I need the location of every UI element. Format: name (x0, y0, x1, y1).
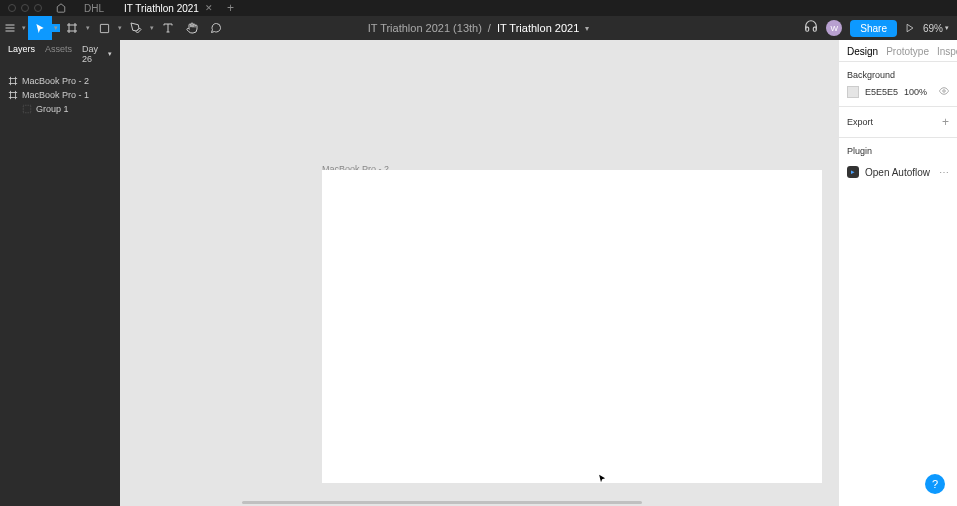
group-icon (22, 104, 32, 114)
layer-item-frame[interactable]: MacBook Pro - 2 (0, 74, 120, 88)
layer-name: Group 1 (36, 104, 69, 114)
tab-active[interactable]: IT Triathlon 2021 (124, 3, 199, 14)
add-export-button[interactable]: + (942, 115, 949, 129)
minimize-window-button[interactable] (21, 4, 29, 12)
zoom-value: 69% (923, 23, 943, 34)
breadcrumb: IT Triathlon 2021 (13th) / IT Triathlon … (368, 22, 590, 34)
new-tab-button[interactable]: + (227, 1, 234, 15)
color-swatch[interactable] (847, 86, 859, 98)
shape-tool-button[interactable] (92, 16, 116, 40)
plugin-title: Plugin (847, 146, 949, 156)
canvas[interactable]: MacBook Pro - 2 (120, 40, 839, 506)
text-tool-button[interactable] (156, 16, 180, 40)
main-area: Layers Assets Day 26 ▾ MacBook Pro - 2 M… (0, 40, 957, 506)
hand-tool-button[interactable] (180, 16, 204, 40)
pen-tool-dropdown[interactable]: ▾ (148, 24, 156, 32)
plugin-row[interactable]: ▸ Open Autoflow ⋯ (847, 162, 949, 182)
breadcrumb-project[interactable]: IT Triathlon 2021 (13th) (368, 22, 482, 34)
plugin-name: Open Autoflow (865, 167, 930, 178)
svg-marker-10 (907, 24, 913, 32)
background-row: E5E5E5 100% (847, 86, 949, 98)
pen-tool-button[interactable] (124, 16, 148, 40)
export-section: Export + (839, 107, 957, 138)
tab-layers[interactable]: Layers (8, 44, 35, 64)
cursor-icon (598, 474, 607, 485)
tab-dhl[interactable]: DHL (84, 3, 104, 14)
frame-icon (8, 90, 18, 100)
titlebar: DHL IT Triathlon 2021 ✕ + (0, 0, 957, 16)
help-button[interactable]: ? (925, 474, 945, 494)
plugin-icon: ▸ (847, 166, 859, 178)
tab-assets[interactable]: Assets (45, 44, 72, 64)
share-button[interactable]: Share (850, 20, 897, 37)
right-panel: Design Prototype Inspect Background E5E5… (839, 40, 957, 506)
chevron-down-icon[interactable]: ▾ (585, 24, 589, 33)
maximize-window-button[interactable] (34, 4, 42, 12)
left-panel: Layers Assets Day 26 ▾ MacBook Pro - 2 M… (0, 40, 120, 506)
comment-tool-button[interactable] (204, 16, 228, 40)
layers-list: MacBook Pro - 2 MacBook Pro - 1 Group 1 (0, 74, 120, 116)
right-panel-tabs: Design Prototype Inspect (839, 40, 957, 62)
shape-tool-dropdown[interactable]: ▾ (116, 24, 124, 32)
left-panel-tabs: Layers Assets Day 26 ▾ (0, 40, 120, 64)
frame-icon (8, 76, 18, 86)
menu-dropdown[interactable]: ▾ (20, 24, 28, 32)
chevron-down-icon: ▾ (945, 24, 949, 32)
traffic-lights (8, 4, 42, 12)
svg-rect-7 (100, 24, 108, 32)
svg-point-20 (943, 90, 946, 93)
hex-value[interactable]: E5E5E5 (865, 87, 898, 97)
layer-name: MacBook Pro - 1 (22, 90, 89, 100)
move-tool-dropdown[interactable]: ▾ (52, 24, 60, 32)
zoom-control[interactable]: 69% ▾ (923, 23, 949, 34)
frame-tool-dropdown[interactable]: ▾ (84, 24, 92, 32)
avatar[interactable]: W (826, 20, 842, 36)
visibility-toggle-icon[interactable] (939, 86, 949, 98)
close-window-button[interactable] (8, 4, 16, 12)
page-selector[interactable]: Day 26 ▾ (82, 44, 112, 64)
home-icon[interactable] (56, 0, 66, 17)
present-button[interactable] (905, 19, 915, 37)
background-section: Background E5E5E5 100% (839, 62, 957, 107)
layer-name: MacBook Pro - 2 (22, 76, 89, 86)
horizontal-scrollbar[interactable] (242, 501, 642, 504)
headphones-icon[interactable] (804, 19, 818, 37)
canvas-frame[interactable] (322, 170, 822, 483)
page-name: Day 26 (82, 44, 106, 64)
breadcrumb-current[interactable]: IT Triathlon 2021 (497, 22, 579, 34)
opacity-value[interactable]: 100% (904, 87, 927, 97)
main-menu-button[interactable] (0, 16, 20, 40)
breadcrumb-separator: / (488, 22, 491, 34)
svg-rect-19 (23, 105, 31, 113)
tab-design[interactable]: Design (847, 46, 878, 57)
export-title: Export (847, 117, 873, 127)
plugin-more-icon[interactable]: ⋯ (939, 167, 949, 178)
layer-item-frame[interactable]: MacBook Pro - 1 (0, 88, 120, 102)
tab-prototype[interactable]: Prototype (886, 46, 929, 57)
move-tool-button[interactable] (28, 16, 52, 40)
toolbar: ▾ ▾ ▾ ▾ ▾ IT Triathlon 2021 (13th) / IT … (0, 16, 957, 40)
close-tab-icon[interactable]: ✕ (205, 3, 213, 13)
background-title: Background (847, 70, 949, 80)
plugin-section: Plugin ▸ Open Autoflow ⋯ (839, 138, 957, 190)
frame-tool-button[interactable] (60, 16, 84, 40)
chevron-down-icon: ▾ (108, 50, 112, 58)
layer-item-group[interactable]: Group 1 (0, 102, 120, 116)
tab-inspect[interactable]: Inspect (937, 46, 957, 57)
